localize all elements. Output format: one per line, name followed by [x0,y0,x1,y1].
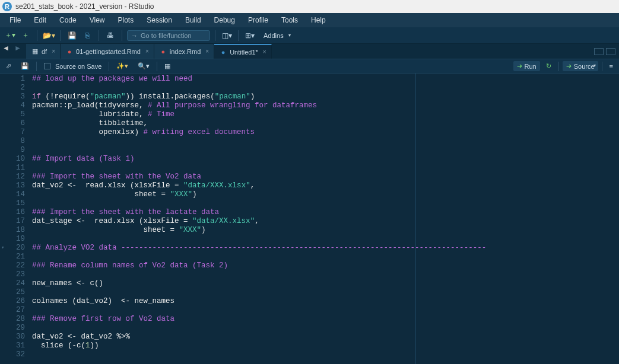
source-on-save-label: Source on Save [55,63,101,70]
code-line[interactable] [32,199,619,208]
code-line[interactable] [32,270,619,279]
tab-label: df [42,48,47,55]
save-source-button[interactable]: 💾 [17,61,33,71]
margin-line [415,74,416,364]
maximize-pane-button[interactable] [606,48,615,55]
code-line[interactable]: ## Import data (Task 1) [32,155,619,164]
code-line[interactable]: sheet = "XXX") [32,226,619,235]
menu-edit[interactable]: Edit [28,14,52,26]
run-label: Run [525,63,537,70]
r-icon: ● [219,48,227,56]
code-content[interactable]: ## load up the packages we will needif (… [30,74,619,364]
wand-button[interactable]: ✨▾ [113,61,132,71]
rstudio-logo-icon: R [2,2,12,11]
code-line[interactable] [32,137,619,146]
popout-button[interactable]: ⬀ [2,61,15,71]
rerun-button[interactable]: ↻ [542,61,555,71]
menu-profile[interactable]: Profile [242,14,274,26]
separator [109,62,109,71]
print-button[interactable]: 🖶 [104,30,117,41]
separator [60,30,61,41]
window-title: se201_stats_book - 2021_version - RStudi… [15,2,154,11]
main-menubar: File Edit Code View Plots Session Build … [0,13,619,27]
code-line[interactable]: ### Remove first row of Vo2 data [32,315,619,324]
code-line[interactable] [32,324,619,333]
menu-tools[interactable]: Tools [275,14,304,26]
code-line[interactable]: lubridate, # Time [32,110,619,119]
code-line[interactable]: ## load up the packages we will need [32,75,619,84]
code-line[interactable]: tibbletime, [32,119,619,128]
code-editor[interactable]: 1234567891011121314151617181920▾21222324… [0,74,619,364]
code-line[interactable]: new_names <- c() [32,279,619,288]
save-all-button[interactable]: ⎘ [81,30,94,41]
separator [558,62,559,71]
code-line[interactable] [32,146,619,155]
source-toolbar: ⬀ 💾 Source on Save ✨▾ 🔍▾ ▦ ➔ Run ↻ ➔ Sou… [0,59,619,74]
open-file-button[interactable]: 📂▾ [42,30,55,41]
code-line[interactable] [32,306,619,315]
code-line[interactable]: openxlsx) # writing excel documents [32,128,619,137]
code-line[interactable]: sheet = "XXX") [32,190,619,199]
code-line[interactable]: if (!require("pacman")) install.packages… [32,92,619,101]
editor-tab-3[interactable]: ●Untitled1*× [214,44,272,59]
source-label: Source [574,63,595,70]
find-button[interactable]: 🔍▾ [134,61,153,71]
code-line[interactable] [32,235,619,244]
menu-debug[interactable]: Debug [208,14,241,26]
code-line[interactable]: colnames (dat_vo2) <- new_names [32,297,619,306]
code-line[interactable]: ### Rename column names of Vo2 data (Tas… [32,261,619,270]
minimize-pane-button[interactable] [594,48,604,55]
code-line[interactable] [32,253,619,261]
close-tab-button[interactable]: × [263,49,266,55]
window-titlebar: R se201_stats_book - 2021_version - RStu… [0,0,619,13]
code-line[interactable] [32,84,619,92]
menu-session[interactable]: Session [141,14,178,26]
save-button[interactable]: 💾 [65,30,78,41]
code-line[interactable] [32,350,619,359]
outline-button[interactable]: ≡ [606,62,617,71]
close-tab-button[interactable]: × [52,48,55,55]
close-tab-button[interactable]: × [145,48,149,55]
new-file-button[interactable]: ＋▾ [4,30,17,41]
menu-code[interactable]: Code [53,14,82,26]
code-line[interactable]: dat_vo2 <- read.xlsx (xlsxFile = "data/X… [32,181,619,190]
line-number-gutter: 1234567891011121314151617181920▾21222324… [0,74,30,364]
new-project-button[interactable]: ＋ [19,30,32,41]
editor-tab-1[interactable]: ●01-gettingstarted.Rmd× [61,44,154,59]
code-line[interactable] [32,288,619,297]
notebook-button[interactable]: ▦ [161,61,174,71]
code-line[interactable]: ### Import the sheet with the lactate da… [32,208,619,217]
editor-tabs: ◄ ► ▦df×●01-gettingstarted.Rmd×●index.Rm… [0,44,619,59]
menu-build[interactable]: Build [179,14,207,26]
code-line[interactable]: ## Analyze VO2 data --------------------… [32,244,619,253]
close-tab-button[interactable]: × [205,48,209,55]
separator [157,62,157,71]
code-line[interactable]: pacman::p_load(tidyverse, # All purpose … [32,101,619,110]
menu-file[interactable]: File [4,14,27,26]
separator [215,30,215,41]
menu-plots[interactable]: Plots [112,14,140,26]
source-on-save-checkbox[interactable]: Source on Save [40,62,105,71]
separator [99,30,99,41]
goto-file-input[interactable]: Go to file/function [127,30,210,41]
menu-view[interactable]: View [84,14,111,26]
source-button[interactable]: ➔ Source [563,61,598,71]
code-line[interactable]: slice (-c(1)) [32,341,619,350]
rmd-icon: ● [65,47,74,56]
code-line[interactable]: dat_stage <- read.xlsx (xlsxFile = "data… [32,217,619,226]
code-line[interactable]: ### Import the sheet with the Vo2 data [32,173,619,181]
tab-forward-button[interactable]: ► [14,44,26,59]
workspace-pane-button[interactable]: ◫▾ [220,30,233,41]
grid-button[interactable]: ⊞▾ [243,30,256,41]
editor-tab-0[interactable]: ▦df× [26,44,61,59]
editor-tab-2[interactable]: ●index.Rmd× [154,44,214,59]
addins-button[interactable]: Addins [259,31,292,40]
tab-back-button[interactable]: ◄ [2,44,14,59]
tab-label: Untitled1* [230,49,258,56]
run-button[interactable]: ➔ Run [513,61,540,71]
menu-help[interactable]: Help [305,14,332,26]
code-line[interactable]: dat_vo2 <- dat_vo2 %>% [32,333,619,341]
code-line[interactable] [32,164,619,173]
rmd-icon: ● [159,47,167,56]
separator [122,30,122,41]
